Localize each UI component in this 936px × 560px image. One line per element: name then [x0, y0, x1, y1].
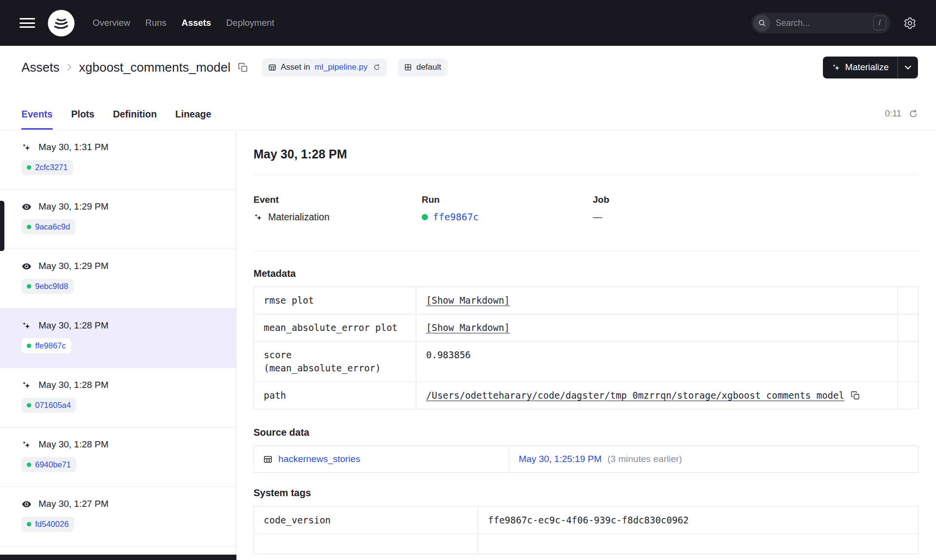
event-type-value: Materialization: [268, 212, 330, 223]
system-tag-key: code_version: [254, 506, 478, 534]
run-id: 071605a4: [35, 401, 71, 410]
top-nav: Overview Runs Assets Deployment /: [0, 0, 936, 46]
run-id-pill[interactable]: 071605a4: [21, 398, 76, 413]
materialize-button[interactable]: Materialize: [823, 57, 897, 78]
code-location-icon: [268, 63, 276, 72]
materialization-icon: [21, 380, 32, 390]
materialization-icon: [21, 321, 32, 331]
run-id-pill[interactable]: ffe9867c: [21, 338, 71, 353]
nav-item-deployment[interactable]: Deployment: [226, 18, 274, 28]
dagster-logo-icon[interactable]: [47, 9, 75, 37]
job-value: —: [593, 212, 603, 223]
run-id-pill[interactable]: 2cfc3271: [21, 160, 73, 175]
asset-group-icon: [404, 63, 412, 71]
metadata-heading: Metadata: [254, 268, 918, 279]
breadcrumb-assets-link[interactable]: Assets: [21, 60, 59, 75]
copy-path-icon[interactable]: [851, 391, 860, 400]
run-id-pill[interactable]: 6940be71: [21, 457, 76, 472]
list-item[interactable]: May 30, 1:29 PM 9ebc9fd8: [0, 249, 236, 309]
run-status-dot: [27, 225, 31, 229]
nav-item-assets[interactable]: Assets: [181, 18, 211, 28]
materialize-sparkle-icon: [832, 63, 841, 72]
show-markdown-link[interactable]: [Show Markdown]: [426, 295, 510, 306]
materialize-dropdown-button[interactable]: [898, 57, 918, 78]
run-id-link[interactable]: ffe9867c: [433, 212, 479, 223]
system-tag-value: ffe9867c-ec9c-4f06-939c-f8dc830c0962: [478, 506, 918, 534]
search-input[interactable]: [776, 18, 873, 28]
list-item[interactable]: May 30, 1:27 PM fd540026: [0, 487, 236, 546]
event-date: May 30, 1:31 PM: [39, 142, 109, 153]
event-date: May 30, 1:29 PM: [39, 261, 109, 271]
run-id: ffe9867c: [35, 341, 66, 350]
run-status-dot: [27, 284, 31, 289]
nav-right: /: [751, 13, 936, 34]
asset-group-tag[interactable]: default: [398, 58, 448, 77]
event-date: May 30, 1:27 PM: [39, 499, 109, 509]
run-id: fd540026: [35, 520, 69, 529]
tab-plots[interactable]: Plots: [71, 109, 95, 130]
tab-events[interactable]: Events: [21, 109, 53, 130]
vertical-scrollbar[interactable]: [0, 201, 4, 251]
nav-item-overview[interactable]: Overview: [93, 18, 130, 28]
materialization-icon: [254, 212, 263, 222]
run-id: 9ebc9fd8: [35, 282, 68, 291]
nav-links: Overview Runs Assets Deployment: [93, 18, 274, 28]
source-data-heading: Source data: [254, 427, 918, 438]
search-shortcut-badge: /: [873, 16, 886, 30]
run-id-pill[interactable]: 9ebc9fd8: [21, 279, 74, 294]
chevron-down-icon: [905, 65, 911, 70]
run-id-pill[interactable]: 9aca6c9d: [21, 219, 76, 234]
list-item[interactable]: May 30, 1:29 PM 9aca6c9d: [0, 190, 236, 249]
search-icon[interactable]: [753, 15, 770, 32]
reload-location-icon[interactable]: [373, 63, 381, 71]
materialize-button-label: Materialize: [845, 62, 889, 73]
asset-location-tag[interactable]: Asset in ml_pipeline.py: [262, 58, 387, 77]
source-time-note: (3 minutes earlier): [607, 454, 682, 464]
system-tags-table: code_version ffe9867c-ec9c-4f06-939c-f8d…: [254, 506, 918, 554]
observation-eye-icon: [21, 202, 32, 212]
settings-gear-icon[interactable]: [903, 17, 916, 30]
metadata-key: path: [254, 382, 416, 409]
event-date: May 30, 1:28 PM: [39, 380, 109, 390]
hamburger-menu-icon[interactable]: [20, 16, 35, 31]
asset-location-file-link[interactable]: ml_pipeline.py: [314, 62, 368, 72]
source-timestamp-link[interactable]: May 30, 1:25:19 PM: [519, 454, 602, 464]
list-item[interactable]: May 30, 1:28 PM 071605a4: [0, 368, 236, 427]
source-data-table: hackernews_stories May 30, 1:25:19 PM (3…: [254, 445, 918, 473]
event-label: Event: [254, 194, 422, 205]
refresh-icon[interactable]: [908, 109, 918, 119]
copy-asset-name-icon[interactable]: [238, 62, 248, 73]
list-item[interactable]: May 30, 1:28 PM 6940be71: [0, 427, 236, 487]
event-date: May 30, 1:29 PM: [39, 201, 109, 212]
nav-item-runs[interactable]: Runs: [145, 18, 166, 28]
run-label: Run: [422, 194, 593, 205]
asset-group-label: default: [416, 62, 441, 72]
page-header: Assets xgboost_comments_model Asset in m…: [0, 46, 936, 89]
path-link[interactable]: /Users/odetteharary/code/dagster/tmp_0mz…: [426, 389, 844, 402]
run-id-pill[interactable]: fd540026: [21, 517, 74, 532]
metadata-table: rmse plot [Show Markdown] mean_absolute_…: [254, 287, 918, 409]
list-item[interactable]: May 30, 1:31 PM 2cfc3271: [0, 130, 236, 190]
event-detail-title: May 30, 1:28 PM: [254, 147, 918, 161]
metadata-key: score (mean_absolute_error): [254, 342, 416, 382]
breadcrumb-separator-icon: [64, 62, 74, 72]
job-label: Job: [593, 194, 609, 205]
run-status-dot: [27, 165, 31, 170]
list-item-selected[interactable]: May 30, 1:28 PM ffe9867c: [0, 309, 236, 368]
materialization-icon: [21, 142, 32, 153]
show-markdown-link[interactable]: [Show Markdown]: [426, 322, 510, 333]
source-asset-link[interactable]: hackernews_stories: [278, 454, 360, 464]
horizontal-scrollbar[interactable]: [0, 555, 236, 560]
system-tags-heading: System tags: [254, 487, 918, 499]
event-detail-panel: May 30, 1:28 PM Event Materialization Ru…: [236, 130, 936, 560]
asset-table-icon: [263, 455, 273, 464]
run-status-dot: [27, 522, 31, 526]
page-title: xgboost_comments_model: [79, 60, 231, 75]
tab-bar: Events Plots Definition Lineage 0:11: [0, 89, 936, 130]
run-status-dot: [27, 344, 31, 348]
search-box[interactable]: /: [751, 13, 891, 34]
run-id: 6940be71: [35, 460, 71, 469]
tab-definition[interactable]: Definition: [113, 109, 157, 130]
observation-eye-icon: [21, 499, 32, 509]
tab-lineage[interactable]: Lineage: [176, 109, 212, 130]
